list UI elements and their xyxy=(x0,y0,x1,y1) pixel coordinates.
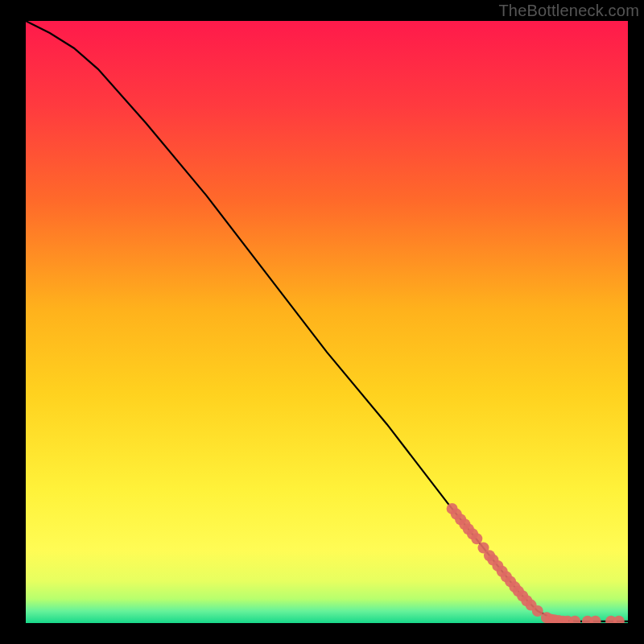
gradient-background xyxy=(26,21,628,623)
data-point xyxy=(471,533,482,544)
chart-svg xyxy=(26,21,628,623)
data-point xyxy=(532,605,543,617)
chart-frame: TheBottleneck.com xyxy=(0,0,644,644)
watermark-text: TheBottleneck.com xyxy=(498,2,639,20)
chart-plot-area xyxy=(26,21,628,623)
